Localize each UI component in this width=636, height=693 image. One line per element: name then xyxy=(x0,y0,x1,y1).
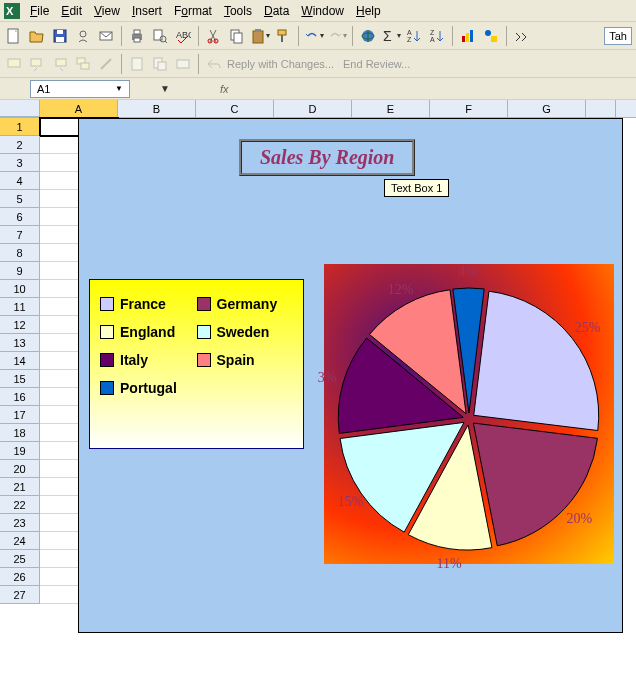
row-header-8[interactable]: 8 xyxy=(0,244,40,262)
show-comments-icon[interactable] xyxy=(73,54,93,74)
send-icon[interactable] xyxy=(173,54,193,74)
row-header-27[interactable]: 27 xyxy=(0,586,40,604)
column-header-B[interactable]: B xyxy=(118,100,196,117)
row-header-9[interactable]: 9 xyxy=(0,262,40,280)
legend-item-england[interactable]: England xyxy=(100,324,197,340)
svg-point-6 xyxy=(80,31,86,37)
copy-icon[interactable] xyxy=(227,26,247,46)
new-comment-icon[interactable] xyxy=(4,54,24,74)
pie-slice-germany[interactable] xyxy=(473,423,597,546)
select-all-corner[interactable] xyxy=(0,100,40,117)
attach-icon[interactable] xyxy=(150,54,170,74)
menu-window[interactable]: Window xyxy=(295,2,350,20)
toolbar-options-icon[interactable] xyxy=(512,26,532,46)
row-header-12[interactable]: 12 xyxy=(0,316,40,334)
update-file-icon[interactable] xyxy=(127,54,147,74)
fx-label[interactable]: fx xyxy=(220,83,229,95)
cut-icon[interactable] xyxy=(204,26,224,46)
row-header-22[interactable]: 22 xyxy=(0,496,40,514)
row-header-17[interactable]: 17 xyxy=(0,406,40,424)
menu-file[interactable]: File xyxy=(24,2,55,20)
column-header-F[interactable]: F xyxy=(430,100,508,117)
sort-desc-icon[interactable]: ZA xyxy=(427,26,447,46)
svg-rect-5 xyxy=(56,37,64,42)
menu-data[interactable]: Data xyxy=(258,2,295,20)
row-header-19[interactable]: 19 xyxy=(0,442,40,460)
next-comment-icon[interactable] xyxy=(50,54,70,74)
column-header-partial[interactable] xyxy=(586,100,616,117)
undo-icon[interactable]: ▾ xyxy=(304,26,324,46)
font-name-box[interactable]: Tah xyxy=(604,27,632,45)
chart-wizard-icon[interactable] xyxy=(458,26,478,46)
chart-object[interactable]: Sales By Region Text Box 1 France German… xyxy=(78,118,623,633)
row-header-3[interactable]: 3 xyxy=(0,154,40,172)
chart-title[interactable]: Sales By Region xyxy=(239,139,415,176)
row-header-21[interactable]: 21 xyxy=(0,478,40,496)
legend-item-italy[interactable]: Italy xyxy=(100,352,197,368)
svg-rect-22 xyxy=(281,35,283,42)
menu-insert[interactable]: Insert xyxy=(126,2,168,20)
row-header-13[interactable]: 13 xyxy=(0,334,40,352)
worksheet-grid[interactable]: ABCDEFG 12345678910111213141516171819202… xyxy=(0,100,636,693)
save-icon[interactable] xyxy=(50,26,70,46)
legend-item-france[interactable]: France xyxy=(100,296,197,312)
row-header-20[interactable]: 20 xyxy=(0,460,40,478)
menu-edit[interactable]: Edit xyxy=(55,2,88,20)
pie-plot-area[interactable]: 25%20%11%15%3%12%4% xyxy=(324,264,614,564)
row-header-26[interactable]: 26 xyxy=(0,568,40,586)
row-header-11[interactable]: 11 xyxy=(0,298,40,316)
row-header-1[interactable]: 1 xyxy=(0,118,40,136)
legend-item-portugal[interactable]: Portugal xyxy=(100,380,197,396)
autosum-icon[interactable]: Σ▾ xyxy=(381,26,401,46)
name-box[interactable]: A1▼ xyxy=(30,80,130,98)
pie-slice-france[interactable] xyxy=(474,291,599,430)
format-painter-icon[interactable] xyxy=(273,26,293,46)
row-header-24[interactable]: 24 xyxy=(0,532,40,550)
hyperlink-icon[interactable] xyxy=(358,26,378,46)
row-header-4[interactable]: 4 xyxy=(0,172,40,190)
row-header-25[interactable]: 25 xyxy=(0,550,40,568)
legend-item-germany[interactable]: Germany xyxy=(197,296,294,312)
svg-rect-44 xyxy=(177,60,189,68)
legend-item-sweden[interactable]: Sweden xyxy=(197,324,294,340)
new-icon[interactable] xyxy=(4,26,24,46)
menu-help[interactable]: Help xyxy=(350,2,387,20)
legend-swatch xyxy=(197,325,211,339)
row-header-16[interactable]: 16 xyxy=(0,388,40,406)
print-icon[interactable] xyxy=(127,26,147,46)
column-header-D[interactable]: D xyxy=(274,100,352,117)
row-header-10[interactable]: 10 xyxy=(0,280,40,298)
menu-format[interactable]: Format xyxy=(168,2,218,20)
legend-item-spain[interactable]: Spain xyxy=(197,352,294,368)
column-header-A[interactable]: A xyxy=(40,100,118,117)
print-preview-icon[interactable] xyxy=(150,26,170,46)
row-header-5[interactable]: 5 xyxy=(0,190,40,208)
open-icon[interactable] xyxy=(27,26,47,46)
row-header-18[interactable]: 18 xyxy=(0,424,40,442)
ink-icon[interactable] xyxy=(96,54,116,74)
permission-icon[interactable] xyxy=(73,26,93,46)
column-header-C[interactable]: C xyxy=(196,100,274,117)
row-header-15[interactable]: 15 xyxy=(0,370,40,388)
row-header-7[interactable]: 7 xyxy=(0,226,40,244)
data-label: 12% xyxy=(388,282,414,298)
legend-label: Spain xyxy=(217,352,255,368)
row-header-2[interactable]: 2 xyxy=(0,136,40,154)
redo-icon[interactable]: ▾ xyxy=(327,26,347,46)
drawing-icon[interactable] xyxy=(481,26,501,46)
paste-icon[interactable]: ▾ xyxy=(250,26,270,46)
sort-asc-icon[interactable]: AZ xyxy=(404,26,424,46)
menu-tools[interactable]: Tools xyxy=(218,2,258,20)
prev-comment-icon[interactable] xyxy=(27,54,47,74)
end-review-label[interactable]: End Review... xyxy=(343,58,410,70)
row-header-6[interactable]: 6 xyxy=(0,208,40,226)
chart-legend[interactable]: France Germany England Sweden Italy Spai… xyxy=(89,279,304,449)
column-header-G[interactable]: G xyxy=(508,100,586,117)
menu-view[interactable]: View xyxy=(88,2,126,20)
email-icon[interactable] xyxy=(96,26,116,46)
column-header-E[interactable]: E xyxy=(352,100,430,117)
row-header-23[interactable]: 23 xyxy=(0,514,40,532)
row-header-14[interactable]: 14 xyxy=(0,352,40,370)
reply-with-changes-label[interactable]: Reply with Changes... xyxy=(227,58,334,70)
spellcheck-icon[interactable]: ABC xyxy=(173,26,193,46)
